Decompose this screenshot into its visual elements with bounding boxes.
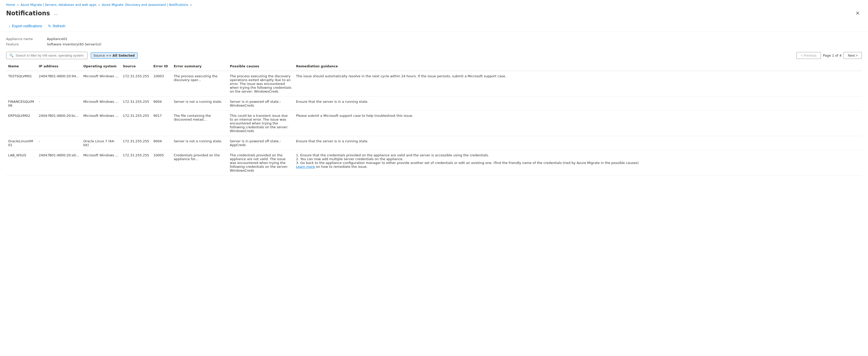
cell-possible_causes: Server is in powered off state.: Windows… xyxy=(228,97,294,111)
cell-error_summary: The process executing the discovery oper… xyxy=(172,71,228,97)
col-header-possible-causes: Possible causes xyxy=(228,62,294,71)
cell-error_summary: Server is not a running state. xyxy=(172,97,228,111)
cell-possible_causes: The credentials provided on the applianc… xyxy=(228,150,294,176)
cell-operating_system: Microsoft Windows ... xyxy=(81,150,121,176)
breadcrumb-sep-1: > xyxy=(17,3,19,7)
cell-name: TESTSQLVM01 xyxy=(6,71,37,97)
breadcrumb-sep-3: > xyxy=(190,3,192,7)
cell-source: 172.31.255.255 xyxy=(121,150,151,176)
export-label: Export notifications xyxy=(12,24,42,28)
refresh-icon: ↻ xyxy=(48,24,51,28)
cell-source: 172.31.255.255 xyxy=(121,111,151,136)
cell-ip_address: 2404:f801:4800:20:a0... xyxy=(37,150,81,176)
search-input[interactable] xyxy=(16,54,84,57)
cell-remediation: Ensure that the server is in a running s… xyxy=(294,136,862,150)
cell-error_summary: Credentials provided on the appliance fo… xyxy=(172,150,228,176)
notifications-table: Name IP address Operating system Source … xyxy=(6,62,862,176)
table-body: TESTSQLVM012404:f801:4800:20:94...Micros… xyxy=(6,71,862,176)
col-header-remediation: Remediation guidance xyxy=(294,62,862,71)
source-badge-value: All Selected xyxy=(113,54,135,57)
page-header: Notifications ... ✕ xyxy=(0,8,868,21)
ellipsis-button[interactable]: ... xyxy=(53,10,59,17)
pagination-row: < Previous Page 1 of 4 Next > xyxy=(797,52,862,59)
cell-ip_address: 2404:f801:4800:20:bc... xyxy=(37,111,81,136)
cell-error_id: 9004 xyxy=(151,136,172,150)
remediation-suffix: on how to remediate the issue. xyxy=(315,165,367,169)
cell-ip_address: 2404:f801:4800:20:94... xyxy=(37,71,81,97)
col-header-ip: IP address xyxy=(37,62,81,71)
filter-row: 🔍 Source == All Selected < Previous Page… xyxy=(0,49,868,62)
table-row: LAB_WSUS2404:f801:4800:20:a0...Microsoft… xyxy=(6,150,862,176)
cell-source: 172.31.255.255 xyxy=(121,97,151,111)
cell-source: 172.31.255.255 xyxy=(121,71,151,97)
table-row: OracleLinuxVM01-Oracle Linux 7 (64-bit)1… xyxy=(6,136,862,150)
search-box[interactable]: 🔍 xyxy=(6,52,88,59)
cell-name: LAB_WSUS xyxy=(6,150,37,176)
col-header-os: Operating system xyxy=(81,62,121,71)
cell-operating_system: Oracle Linux 7 (64-bit) xyxy=(81,136,121,150)
cell-name: OracleLinuxVM01 xyxy=(6,136,37,150)
search-icon: 🔍 xyxy=(9,54,13,57)
toolbar: ↓ Export notifications ↻ Refresh xyxy=(0,21,868,32)
cell-error_id: 9017 xyxy=(151,111,172,136)
table-row: ERPSQLVM022404:f801:4800:20:bc...Microso… xyxy=(6,111,862,136)
table-header: Name IP address Operating system Source … xyxy=(6,62,862,71)
learn-more-link[interactable]: Learn more xyxy=(296,165,315,169)
cell-remediation: Please submit a Microsoft support case t… xyxy=(294,111,862,136)
cell-ip_address: - xyxy=(37,97,81,111)
cell-remediation: Ensure that the server is in a running s… xyxy=(294,97,862,111)
breadcrumb-sep-2: > xyxy=(98,3,100,7)
cell-source: 172.31.255.255 xyxy=(121,136,151,150)
cell-ip_address: - xyxy=(37,136,81,150)
info-section: Appliance name Appliance01 Feature Softw… xyxy=(0,32,868,49)
feature-label: Feature xyxy=(6,42,47,46)
appliance-name-label: Appliance name xyxy=(6,37,47,41)
cell-error_id: 10005 xyxy=(151,150,172,176)
previous-button[interactable]: < Previous xyxy=(797,52,821,59)
export-notifications-button[interactable]: ↓ Export notifications xyxy=(6,23,44,30)
page-title: Notifications xyxy=(6,10,50,17)
cell-possible_causes: Server is in powered off state.: AppCred… xyxy=(228,136,294,150)
col-header-error-id: Error ID xyxy=(151,62,172,71)
feature-value: Software inventory(65 Server(s)) xyxy=(47,42,862,46)
cell-possible_causes: This could be a transient issue due to a… xyxy=(228,111,294,136)
appliance-name-value: Appliance01 xyxy=(47,37,862,41)
page-info: Page 1 of 4 xyxy=(823,54,841,57)
cell-operating_system: Microsoft Windows ... xyxy=(81,71,121,97)
cell-possible_causes: The process executing the discovery oper… xyxy=(228,71,294,97)
breadcrumb: Home > Azure Migrate | Servers, database… xyxy=(0,0,868,8)
col-header-source: Source xyxy=(121,62,151,71)
table-container: Name IP address Operating system Source … xyxy=(0,62,868,176)
refresh-button[interactable]: ↻ Refresh xyxy=(45,23,68,30)
breadcrumb-azure-migrate[interactable]: Azure Migrate | Servers, databases and w… xyxy=(21,3,97,7)
breadcrumb-notifications[interactable]: Azure Migrate: Discovery and assessment … xyxy=(102,3,188,7)
cell-error_summary: The file containing the discovered metad… xyxy=(172,111,228,136)
cell-remediation: The issue should automatically resolve i… xyxy=(294,71,862,97)
col-header-name: Name xyxy=(6,62,37,71)
table-row: FINANCESQLVM06-Microsoft Windows ...172.… xyxy=(6,97,862,111)
source-badge-label: Source == xyxy=(93,54,112,57)
cell-error_summary: Server is not a running state. xyxy=(172,136,228,150)
cell-remediation: 1. Ensure that the credentials provided … xyxy=(294,150,862,176)
col-header-error-summary: Error summary xyxy=(172,62,228,71)
close-button[interactable]: ✕ xyxy=(854,9,862,17)
download-icon: ↓ xyxy=(9,24,10,28)
table-row: TESTSQLVM012404:f801:4800:20:94...Micros… xyxy=(6,71,862,97)
refresh-label: Refresh xyxy=(53,24,65,28)
cell-operating_system: Microsoft Windows ... xyxy=(81,97,121,111)
next-button[interactable]: Next > xyxy=(843,52,862,59)
cell-operating_system: Microsoft Windows ... xyxy=(81,111,121,136)
cell-error_id: 10003 xyxy=(151,71,172,97)
cell-name: FINANCESQLVM06 xyxy=(6,97,37,111)
cell-error_id: 9004 xyxy=(151,97,172,111)
cell-name: ERPSQLVM02 xyxy=(6,111,37,136)
breadcrumb-home[interactable]: Home xyxy=(6,3,15,7)
source-badge[interactable]: Source == All Selected xyxy=(91,52,137,59)
